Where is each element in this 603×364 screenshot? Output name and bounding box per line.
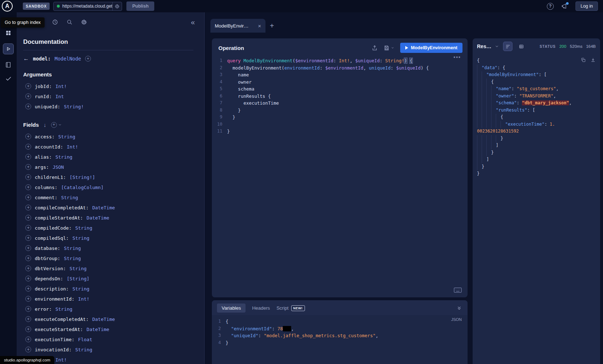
- back-icon[interactable]: ←: [23, 55, 29, 62]
- field-type[interactable]: Float: [78, 337, 92, 342]
- tab-headers[interactable]: Headers: [252, 305, 270, 311]
- settings-gear-icon[interactable]: [81, 19, 87, 25]
- field-type[interactable]: String: [61, 195, 78, 200]
- docs-field-row[interactable]: +jobId:Int!: [23, 81, 193, 91]
- docs-field-row[interactable]: +environmentId:Int!: [23, 294, 193, 304]
- add-field-icon[interactable]: +: [25, 255, 31, 261]
- add-field-icon[interactable]: +: [25, 225, 31, 231]
- tab-variables[interactable]: Variables: [217, 304, 246, 313]
- docs-field-row[interactable]: +executeCompletedAt:DateTime: [23, 314, 193, 324]
- sort-fields-icon[interactable]: ↓: [43, 122, 46, 128]
- type-name[interactable]: ModelNode: [55, 56, 81, 62]
- field-type[interactable]: [String!]: [70, 175, 95, 180]
- login-button[interactable]: Log in: [575, 1, 598, 11]
- add-field-icon[interactable]: +: [25, 235, 31, 241]
- download-icon[interactable]: [590, 57, 596, 63]
- add-field-icon[interactable]: +: [25, 286, 31, 292]
- share-icon[interactable]: [372, 45, 378, 51]
- checklist-icon[interactable]: [5, 75, 12, 82]
- field-type[interactable]: DateTime: [92, 205, 115, 210]
- collapse-variables-icon[interactable]: [457, 306, 462, 311]
- field-type[interactable]: String: [72, 286, 89, 292]
- add-field-icon[interactable]: +: [25, 245, 31, 251]
- save-button[interactable]: [384, 45, 394, 51]
- add-field-icon[interactable]: +: [25, 306, 31, 312]
- field-type[interactable]: String: [55, 306, 72, 312]
- add-field-icon[interactable]: +: [25, 316, 31, 322]
- field-type[interactable]: String: [64, 256, 81, 261]
- field-type[interactable]: Int!: [55, 357, 67, 363]
- docs-field-row[interactable]: +description:String: [23, 284, 193, 294]
- add-field-icon[interactable]: +: [25, 174, 31, 180]
- search-icon[interactable]: [66, 19, 73, 25]
- more-options-icon[interactable]: •••: [453, 54, 461, 60]
- docs-field-row[interactable]: +compiledCode:String: [23, 223, 193, 233]
- operation-editor[interactable]: 1query ModelByEnvironment($environmentId…: [212, 57, 468, 297]
- add-field-icon[interactable]: +: [25, 265, 31, 271]
- docs-field-row[interactable]: +dependsOn:[String]: [23, 273, 193, 284]
- docs-field-row[interactable]: +access:String: [23, 131, 193, 142]
- chevron-down-icon[interactable]: [495, 44, 499, 49]
- endpoint-url[interactable]: https://metadata.cloud.get: [62, 4, 112, 9]
- docs-field-row[interactable]: +compileStartedAt:DateTime: [23, 213, 193, 223]
- field-type[interactable]: String: [72, 235, 89, 241]
- endpoint-input[interactable]: https://metadata.cloud.get: [53, 2, 122, 11]
- docs-field-row[interactable]: +compiledSql:String: [23, 233, 193, 243]
- docs-field-row[interactable]: +invocationId:String: [23, 344, 193, 355]
- docs-field-row[interactable]: +executeStartedAt:DateTime: [23, 324, 193, 334]
- history-icon[interactable]: [52, 19, 58, 25]
- docs-field-row[interactable]: +childrenL1:[String!]: [23, 172, 193, 182]
- add-field-icon[interactable]: +: [25, 83, 31, 89]
- add-field-icon[interactable]: +: [25, 215, 31, 221]
- docs-field-row[interactable]: +columns:[CatalogColumn]: [23, 182, 193, 192]
- field-type[interactable]: Int!: [78, 296, 89, 302]
- graph-index-icon[interactable]: [5, 30, 12, 36]
- docs-field-row[interactable]: +uniqueId:String!: [23, 101, 193, 112]
- docs-field-row[interactable]: +database:String: [23, 243, 193, 253]
- table-view-icon[interactable]: [516, 42, 526, 51]
- field-type[interactable]: Int: [55, 94, 64, 99]
- field-type[interactable]: [CatalogColumn]: [61, 185, 104, 190]
- help-icon[interactable]: ?: [547, 3, 554, 10]
- add-field-icon[interactable]: +: [25, 205, 31, 210]
- add-field-icon[interactable]: +: [25, 144, 31, 150]
- docs-field-row[interactable]: +runId:Int: [23, 91, 193, 101]
- add-field-icon[interactable]: +: [25, 336, 31, 342]
- add-type-icon[interactable]: +: [85, 56, 91, 62]
- docs-field-row[interactable]: +comment:String: [23, 192, 193, 202]
- field-type[interactable]: String: [55, 154, 72, 160]
- field-type[interactable]: [String]: [67, 276, 89, 281]
- field-type[interactable]: String!: [64, 104, 84, 109]
- field-type[interactable]: Int!: [55, 84, 67, 89]
- field-type[interactable]: String: [64, 246, 81, 251]
- docs-field-row[interactable]: +error:String: [23, 304, 193, 314]
- field-type[interactable]: JSON: [53, 164, 64, 170]
- keyboard-shortcuts-icon[interactable]: [454, 287, 462, 293]
- endpoint-settings-icon[interactable]: [112, 2, 122, 11]
- add-tab-icon[interactable]: +: [270, 22, 274, 29]
- run-operation-button[interactable]: ModelByEnvironment: [400, 43, 463, 53]
- formatted-view-icon[interactable]: [503, 42, 512, 51]
- docs-field-row[interactable]: +args:JSON: [23, 162, 193, 172]
- add-field-icon[interactable]: +: [25, 296, 31, 302]
- apollo-logo[interactable]: A: [2, 1, 13, 12]
- field-type[interactable]: DateTime: [87, 327, 109, 332]
- docs-field-row[interactable]: +dbtGroup:String: [23, 253, 193, 263]
- tab-modelbyenvironment[interactable]: ModelByEnvironment ×: [210, 19, 265, 33]
- docs-field-row[interactable]: +accountId:Int!: [23, 142, 193, 152]
- add-field-icon[interactable]: +: [25, 104, 31, 109]
- docs-field-row[interactable]: +alias:String: [23, 152, 193, 162]
- announcements-icon[interactable]: [561, 3, 568, 9]
- field-type[interactable]: String: [75, 347, 92, 352]
- add-field-icon[interactable]: +: [25, 194, 31, 200]
- add-field-icon[interactable]: +: [25, 164, 31, 170]
- publish-button[interactable]: Publish: [126, 1, 154, 11]
- docs-field-row[interactable]: +compileCompletedAt:DateTime: [23, 202, 193, 213]
- field-type[interactable]: String: [58, 134, 75, 139]
- field-type[interactable]: String: [75, 225, 92, 231]
- response-json[interactable]: {"data": {"modelByEnvironment": [{"name"…: [477, 57, 597, 177]
- variables-editor[interactable]: 1{2 "environmentId": 78000,3 "uniqueId":…: [217, 318, 468, 346]
- add-field-icon[interactable]: +: [25, 347, 31, 352]
- field-type[interactable]: DateTime: [87, 215, 109, 221]
- add-field-icon[interactable]: +: [25, 134, 31, 139]
